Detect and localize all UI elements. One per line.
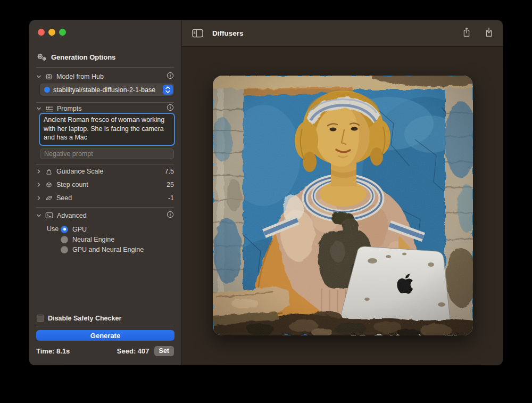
info-icon[interactable] xyxy=(167,72,174,81)
time-status: Time: 8.1s xyxy=(36,347,70,355)
generate-button[interactable]: Generate xyxy=(36,330,174,341)
model-dropdown[interactable]: stabilityai/stable-diffusion-2-1-base xyxy=(40,84,174,96)
seed-value: -1 xyxy=(168,194,174,202)
sidebar-toggle-icon[interactable] xyxy=(192,29,203,38)
dropdown-stepper-icon[interactable] xyxy=(163,85,173,95)
model-dropdown-value: stabilityai/stable-diffusion-2-1-base xyxy=(53,86,163,94)
close-button[interactable] xyxy=(38,29,45,36)
sidebar: Generation Options Model from Hub stabi xyxy=(29,20,182,365)
radio-icon[interactable] xyxy=(61,236,68,243)
prompts-section-row[interactable]: Prompts xyxy=(36,104,174,113)
cube-icon xyxy=(45,181,53,188)
titlebar: Diffusers xyxy=(182,20,503,47)
safety-checker-row[interactable]: Disable Safety Checker xyxy=(37,314,174,323)
chevron-right-icon[interactable] xyxy=(36,182,41,187)
info-icon[interactable] xyxy=(167,211,174,220)
chevron-down-icon[interactable] xyxy=(36,74,41,79)
prompts-section-label: Prompts xyxy=(57,105,82,112)
guidance-scale-value: 7.5 xyxy=(165,168,174,175)
guidance-scale-row[interactable]: Guidance Scale 7.5 xyxy=(36,167,174,176)
radio-gpu[interactable]: GPU xyxy=(61,225,87,233)
sidebar-header: Generation Options xyxy=(37,53,115,61)
leaf-icon xyxy=(45,194,53,202)
radio-gpu-label: GPU xyxy=(72,226,87,233)
radio-icon[interactable] xyxy=(61,246,68,253)
divider xyxy=(36,326,174,326)
window-title: Diffusers xyxy=(212,29,244,37)
divider xyxy=(36,102,174,103)
step-count-row[interactable]: Step count 25 xyxy=(36,180,174,189)
sidebar-title: Generation Options xyxy=(51,53,115,61)
use-label: Use xyxy=(47,225,59,233)
radio-neural-engine[interactable]: Neural Engine xyxy=(61,235,114,243)
chevron-down-icon[interactable] xyxy=(36,213,41,218)
terminal-icon xyxy=(45,212,53,219)
model-section-label: Model from Hub xyxy=(56,73,104,80)
divider xyxy=(36,67,174,68)
minimize-button[interactable] xyxy=(48,29,55,36)
radio-neural-engine-label: Neural Engine xyxy=(72,236,114,243)
scalemass-icon xyxy=(45,168,53,175)
advanced-section-label: Advanced xyxy=(57,212,87,219)
safety-checkbox[interactable] xyxy=(37,315,44,322)
advanced-section-row[interactable]: Advanced xyxy=(36,211,174,220)
model-status-dot xyxy=(44,87,50,93)
zoom-button[interactable] xyxy=(59,29,66,36)
share-icon[interactable] xyxy=(462,27,471,39)
info-icon[interactable] xyxy=(167,104,174,113)
model-section-row[interactable]: Model from Hub xyxy=(36,72,174,81)
radio-gpu-and-neural-engine-label: GPU and Neural Engine xyxy=(72,246,144,253)
radio-selected-icon[interactable] xyxy=(61,226,68,233)
save-image-icon[interactable] xyxy=(485,27,493,39)
text-quote-icon xyxy=(45,105,53,112)
step-count-value: 25 xyxy=(167,181,174,188)
generated-image xyxy=(213,76,473,335)
seed-row[interactable]: Seed -1 xyxy=(36,193,174,202)
chevron-down-icon[interactable] xyxy=(36,106,41,111)
step-count-label: Step count xyxy=(56,181,88,188)
gears-icon xyxy=(37,53,47,61)
app-window: Generation Options Model from Hub stabi xyxy=(29,20,503,365)
negative-prompt-input[interactable] xyxy=(40,149,174,159)
traffic-lights xyxy=(38,29,66,36)
set-seed-button[interactable]: Set xyxy=(154,346,174,356)
chevron-right-icon[interactable] xyxy=(36,195,41,201)
divider xyxy=(36,207,174,208)
safety-checkbox-label: Disable Safety Checker xyxy=(48,315,121,322)
guidance-scale-label: Guidance Scale xyxy=(56,168,103,175)
main-area: Diffusers xyxy=(182,20,503,365)
status-row: Time: 8.1s Seed: 407 Set xyxy=(36,346,174,356)
chevron-right-icon[interactable] xyxy=(36,169,41,174)
radio-gpu-and-neural-engine[interactable]: GPU and Neural Engine xyxy=(61,245,144,253)
seed-label: Seed xyxy=(56,194,72,202)
prompt-input[interactable]: Ancient Roman fresco of woman working wi… xyxy=(40,114,174,145)
seed-status: Seed: 407 xyxy=(117,347,149,355)
cpu-icon xyxy=(45,73,53,80)
divider xyxy=(36,164,174,165)
